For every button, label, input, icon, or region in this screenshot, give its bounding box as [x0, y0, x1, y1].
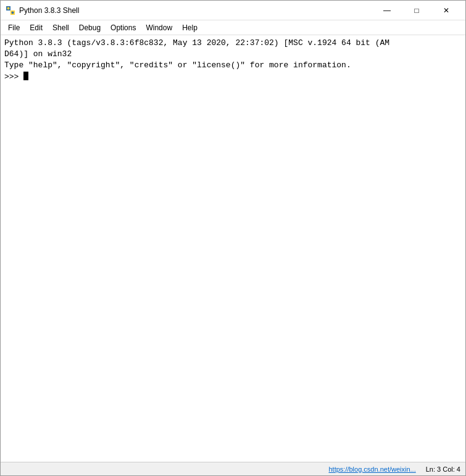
close-button[interactable]: ✕	[432, 1, 460, 20]
menu-bar: File Edit Shell Debug Options Window Hel…	[1, 20, 465, 35]
menu-options[interactable]: Options	[106, 22, 141, 33]
menu-file[interactable]: File	[3, 22, 25, 33]
cursor-position: Ln: 3 Col: 4	[426, 466, 460, 473]
status-bar: https://blog.csdn.net/weixin... Ln: 3 Co…	[1, 462, 465, 475]
window-title: Python 3.8.3 Shell	[19, 6, 373, 15]
status-link[interactable]: https://blog.csdn.net/weixin...	[328, 466, 415, 473]
title-bar: Python 3.8.3 Shell — □ ✕	[1, 1, 465, 20]
menu-window[interactable]: Window	[141, 22, 177, 33]
menu-help[interactable]: Help	[177, 22, 202, 33]
maximize-button[interactable]: □	[402, 1, 431, 20]
output-line-2: D64)] on win32	[4, 49, 462, 60]
menu-debug[interactable]: Debug	[74, 22, 106, 33]
shell-output[interactable]: Python 3.8.3 (tags/v3.8.3:6f8c832, May 1…	[1, 35, 465, 462]
python-shell-window: Python 3.8.3 Shell — □ ✕ File Edit Shell…	[0, 0, 466, 476]
window-controls: — □ ✕	[373, 1, 460, 20]
app-icon	[6, 6, 15, 15]
svg-point-2	[7, 7, 10, 9]
output-line-1: Python 3.8.3 (tags/v3.8.3:6f8c832, May 1…	[4, 38, 462, 49]
menu-shell[interactable]: Shell	[48, 22, 74, 33]
menu-edit[interactable]: Edit	[25, 22, 48, 33]
cursor	[23, 72, 28, 80]
prompt-line: >>>	[4, 72, 462, 83]
svg-point-3	[12, 11, 14, 14]
output-line-3: Type "help", "copyright", "credits" or "…	[4, 60, 462, 71]
minimize-button[interactable]: —	[373, 1, 401, 20]
prompt-symbol: >>>	[4, 72, 23, 83]
